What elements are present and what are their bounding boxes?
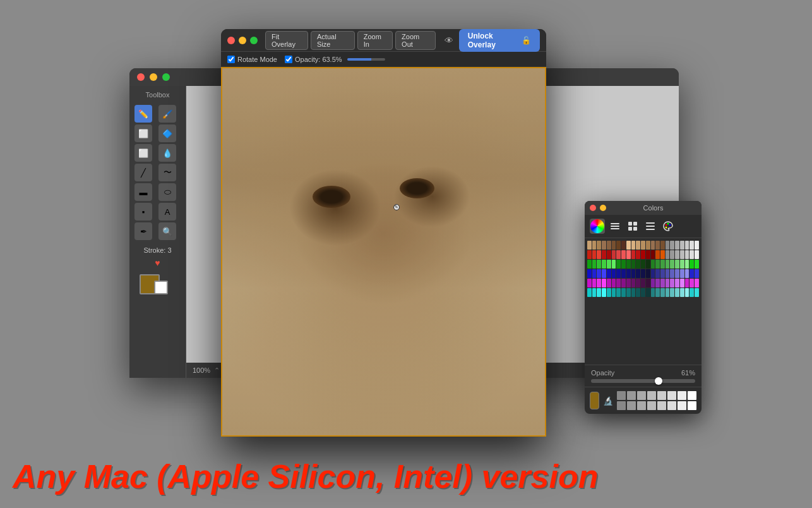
pencil-color-3-7[interactable]: [621, 269, 626, 278]
close-button[interactable]: [137, 73, 145, 81]
pencil-color-5-10[interactable]: [636, 288, 640, 297]
pencil-color-4-7[interactable]: [621, 279, 626, 287]
pencil-color-5-3[interactable]: [602, 288, 606, 297]
pencil-color-2-20[interactable]: [685, 260, 690, 269]
color-cell-2[interactable]: [637, 391, 646, 400]
pencil-color-1-13[interactable]: [651, 250, 655, 259]
sliders-tab[interactable]: [607, 219, 623, 234]
pencil-color-1-22[interactable]: [695, 250, 699, 259]
secondary-color-swatch[interactable]: [154, 281, 168, 294]
pencil-color-3-21[interactable]: [690, 269, 694, 278]
pencil-color-0-22[interactable]: [695, 241, 699, 250]
pencil-color-1-16[interactable]: [666, 250, 670, 259]
pencil-color-0-0[interactable]: [587, 241, 592, 250]
pencil-color-3-14[interactable]: [655, 269, 660, 278]
pencil-color-0-15[interactable]: [660, 241, 665, 250]
pencil-color-0-6[interactable]: [616, 241, 621, 250]
pencil-color-3-1[interactable]: [592, 269, 597, 278]
pencil-color-0-13[interactable]: [651, 241, 655, 250]
pencil-color-1-15[interactable]: [660, 250, 665, 259]
pencil-color-3-5[interactable]: [612, 269, 616, 278]
pencil-color-3-11[interactable]: [641, 269, 645, 278]
pencil-color-2-1[interactable]: [592, 260, 597, 269]
pencil-color-0-16[interactable]: [666, 241, 670, 250]
color-cell-9[interactable]: [627, 401, 636, 410]
pencil-color-2-18[interactable]: [675, 260, 679, 269]
pencil-color-5-4[interactable]: [607, 288, 611, 297]
color-cell-14[interactable]: [678, 401, 686, 410]
color-cell-1[interactable]: [627, 391, 636, 400]
pencil-color-4-11[interactable]: [641, 279, 645, 287]
pencil-color-3-3[interactable]: [602, 269, 606, 278]
brush-tool[interactable]: 🖌️: [158, 105, 176, 123]
pencil-color-4-6[interactable]: [616, 279, 621, 287]
pencil-color-4-1[interactable]: [592, 279, 597, 287]
pencil-color-5-9[interactable]: [631, 288, 636, 297]
pencil-color-0-21[interactable]: [690, 241, 694, 250]
unlock-overlay-button[interactable]: Unlock Overlay 🔓: [459, 29, 540, 52]
pencil-color-5-14[interactable]: [655, 288, 660, 297]
pencil-color-5-17[interactable]: [670, 288, 674, 297]
pencil-color-1-3[interactable]: [602, 250, 606, 259]
zoom-arrow[interactable]: ⌃: [214, 366, 220, 375]
opacity-slider[interactable]: [347, 58, 385, 61]
pencil-color-3-18[interactable]: [675, 269, 679, 278]
pencil-color-4-17[interactable]: [670, 279, 674, 287]
color-cell-4[interactable]: [657, 391, 666, 400]
pencil-color-3-8[interactable]: [626, 269, 631, 278]
pencil-color-1-19[interactable]: [680, 250, 684, 259]
pencil-color-4-19[interactable]: [680, 279, 684, 287]
opacity-checkbox[interactable]: [285, 56, 292, 63]
pencil-color-4-21[interactable]: [690, 279, 694, 287]
pencil-color-2-12[interactable]: [646, 260, 650, 269]
pencil-color-5-7[interactable]: [621, 288, 626, 297]
color-cell-11[interactable]: [647, 401, 656, 410]
pencil-color-4-20[interactable]: [685, 279, 690, 287]
pencil-color-1-17[interactable]: [670, 250, 674, 259]
pencil-color-3-13[interactable]: [651, 269, 655, 278]
list-tab[interactable]: [643, 219, 658, 234]
color-cell-5[interactable]: [667, 391, 676, 400]
colors-min-button[interactable]: [600, 205, 606, 211]
palette-tab[interactable]: [660, 219, 676, 234]
pencil-color-2-19[interactable]: [680, 260, 684, 269]
stamp-tool[interactable]: ✒: [134, 222, 152, 240]
pencil-color-2-0[interactable]: [587, 260, 592, 269]
pencil-color-5-1[interactable]: [592, 288, 597, 297]
pencil-color-0-20[interactable]: [685, 241, 690, 250]
pencil-color-5-22[interactable]: [695, 288, 699, 297]
overlay-min-button[interactable]: [239, 37, 246, 44]
pencil-color-3-6[interactable]: [616, 269, 621, 278]
colors-close-button[interactable]: [590, 205, 596, 211]
pencil-color-5-2[interactable]: [597, 288, 601, 297]
pencil-color-4-0[interactable]: [587, 279, 592, 287]
pencil-color-2-6[interactable]: [616, 260, 621, 269]
pencil-color-1-2[interactable]: [597, 250, 601, 259]
fit-overlay-button[interactable]: Fit Overlay: [265, 31, 308, 50]
pencil-color-5-16[interactable]: [666, 288, 670, 297]
pencil-color-0-10[interactable]: [636, 241, 640, 250]
pencil-color-2-13[interactable]: [651, 260, 655, 269]
fill-tool[interactable]: ▪: [134, 203, 152, 221]
pencil-color-1-0[interactable]: [587, 250, 592, 259]
pencil-color-5-21[interactable]: [690, 288, 694, 297]
eye-icon[interactable]: 👁: [442, 33, 455, 47]
pencil-color-1-5[interactable]: [612, 250, 616, 259]
color-cell-10[interactable]: [637, 401, 646, 410]
pencil-color-0-18[interactable]: [675, 241, 679, 250]
pencil-color-2-8[interactable]: [626, 260, 631, 269]
color-cell-8[interactable]: [617, 401, 626, 410]
lasso-tool[interactable]: 🔷: [158, 124, 176, 142]
pencil-color-1-20[interactable]: [685, 250, 690, 259]
pencil-color-2-14[interactable]: [655, 260, 660, 269]
pencil-color-0-4[interactable]: [607, 241, 611, 250]
pencil-color-4-2[interactable]: [597, 279, 601, 287]
pencil-color-2-17[interactable]: [670, 260, 674, 269]
pencil-color-4-18[interactable]: [675, 279, 679, 287]
pencil-color-4-5[interactable]: [612, 279, 616, 287]
pencil-color-3-0[interactable]: [587, 269, 592, 278]
pencil-color-0-9[interactable]: [631, 241, 636, 250]
pencil-color-5-20[interactable]: [685, 288, 690, 297]
opacity-thumb[interactable]: [655, 377, 662, 385]
pencil-color-1-18[interactable]: [675, 250, 679, 259]
